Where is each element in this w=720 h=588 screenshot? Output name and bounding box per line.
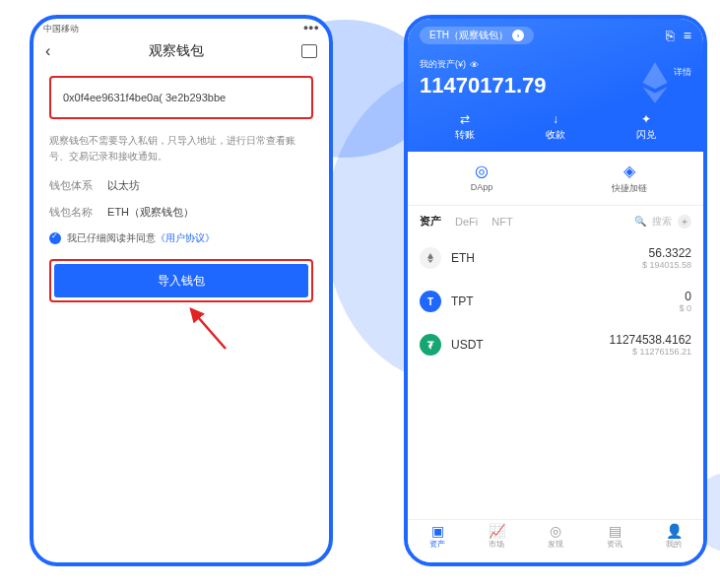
back-icon[interactable]: ‹ xyxy=(45,42,50,60)
asset-fiat: $ 194015.58 xyxy=(642,260,691,270)
menu-icon[interactable]: ≡ xyxy=(684,28,691,43)
asset-symbol: ETH xyxy=(451,251,475,265)
usdt-icon: ₮ xyxy=(420,334,441,356)
news-icon: ▤ xyxy=(585,524,644,538)
swap-button[interactable]: ✦闪兑 xyxy=(601,112,691,142)
page-title: 观察钱包 xyxy=(149,42,204,60)
svg-line-0 xyxy=(191,309,226,349)
asset-amount: 0 xyxy=(679,290,691,303)
name-label: 钱包名称 xyxy=(49,206,93,218)
nav-discover[interactable]: ◎发现 xyxy=(526,520,585,562)
nav-news[interactable]: ▤资讯 xyxy=(585,520,644,562)
wallet-header: ETH（观察钱包） › ⎘ ≡ 详情 我的资产(¥) 👁 11470171.79… xyxy=(408,19,703,152)
asset-symbol: TPT xyxy=(451,294,474,308)
tab-assets[interactable]: 资产 xyxy=(420,214,441,229)
note-text: 观察钱包不需要导入私钥，只导入地址，进行日常查看账号、交易记录和接收通知。 xyxy=(49,133,313,164)
status-bar: 中国移动 ●●● xyxy=(33,19,329,36)
chain-label: 钱包体系 xyxy=(49,179,93,191)
asset-row-eth[interactable]: ETH 56.3322$ 194015.58 xyxy=(420,236,691,280)
asset-amount: 56.3322 xyxy=(642,246,691,260)
asset-row-usdt[interactable]: ₮ USDT 11274538.4162$ 11276156.21 xyxy=(420,323,691,366)
swap-icon: ✦ xyxy=(601,112,691,126)
link-icon: ◈ xyxy=(556,162,703,180)
wallet-pill-label: ETH（观察钱包） xyxy=(429,29,508,42)
address-input[interactable]: 0x0f4ee9631f4be0a( 3e2b293bbe xyxy=(49,76,313,119)
camera-icon[interactable]: ⎘ xyxy=(666,28,674,43)
chain-value: 以太坊 xyxy=(107,179,140,191)
asset-fiat: $ 0 xyxy=(679,303,691,313)
status-carrier: 中国移动 xyxy=(43,23,79,36)
compass-icon: ◎ xyxy=(408,162,556,180)
asset-row-tpt[interactable]: T TPT 0$ 0 xyxy=(420,280,691,323)
chain-row: 钱包体系 以太坊 xyxy=(49,178,313,193)
transfer-button[interactable]: ⇄转账 xyxy=(420,112,510,142)
status-signal: ●●● xyxy=(303,23,319,36)
asset-amount: 11274538.4162 xyxy=(610,333,691,347)
asset-symbol: USDT xyxy=(451,338,484,352)
name-value: ETH（观察钱包） xyxy=(107,206,194,218)
search-placeholder[interactable]: 搜索 xyxy=(652,215,672,229)
checkbox-checked-icon[interactable] xyxy=(49,232,61,244)
import-button-highlight: 导入钱包 xyxy=(49,259,313,302)
receive-icon: ↓ xyxy=(510,112,601,126)
chart-icon: 📈 xyxy=(467,524,526,538)
phone-left: 中国移动 ●●● ‹ 观察钱包 0x0f4ee9631f4be0a( 3e2b2… xyxy=(30,15,333,566)
addchain-shortcut[interactable]: ◈快捷加链 xyxy=(556,162,703,195)
wallet-selector[interactable]: ETH（观察钱包） › xyxy=(420,27,534,44)
bottom-nav: ▣资产 📈市场 ◎发现 ▤资讯 👤我的 xyxy=(408,519,703,562)
phone-right: ETH（观察钱包） › ⎘ ≡ 详情 我的资产(¥) 👁 11470171.79… xyxy=(404,15,707,566)
user-agreement-link[interactable]: 《用户协议》 xyxy=(156,231,215,245)
wallet-icon: ▣ xyxy=(408,524,467,538)
tab-nft[interactable]: NFT xyxy=(491,216,512,228)
eth-icon xyxy=(420,247,441,269)
tab-defi[interactable]: DeFi xyxy=(455,216,478,228)
asset-label: 我的资产(¥) xyxy=(420,58,466,71)
user-icon: 👤 xyxy=(644,524,703,538)
nav-assets[interactable]: ▣资产 xyxy=(408,520,467,562)
nav-mine[interactable]: 👤我的 xyxy=(644,520,703,562)
chevron-right-icon: › xyxy=(512,30,524,41)
wallet-name-row: 钱包名称 ETH（观察钱包） xyxy=(49,205,313,220)
eye-icon[interactable]: 👁 xyxy=(470,60,479,70)
agreement-row[interactable]: 我已仔细阅读并同意 《用户协议》 xyxy=(49,231,313,245)
import-wallet-button[interactable]: 导入钱包 xyxy=(54,264,308,297)
transfer-icon: ⇄ xyxy=(420,112,510,126)
dapp-shortcut[interactable]: ◎DApp xyxy=(408,162,556,195)
search-icon[interactable]: 🔍 xyxy=(634,216,646,227)
agree-prefix: 我已仔细阅读并同意 xyxy=(67,231,156,245)
nav-market[interactable]: 📈市场 xyxy=(467,520,526,562)
asset-fiat: $ 11276156.21 xyxy=(610,347,691,357)
compass-nav-icon: ◎ xyxy=(526,524,585,538)
add-asset-button[interactable]: ＋ xyxy=(678,215,691,229)
scan-icon[interactable] xyxy=(301,44,317,58)
receive-button[interactable]: ↓收款 xyxy=(510,112,601,142)
tpt-icon: T xyxy=(420,291,441,312)
